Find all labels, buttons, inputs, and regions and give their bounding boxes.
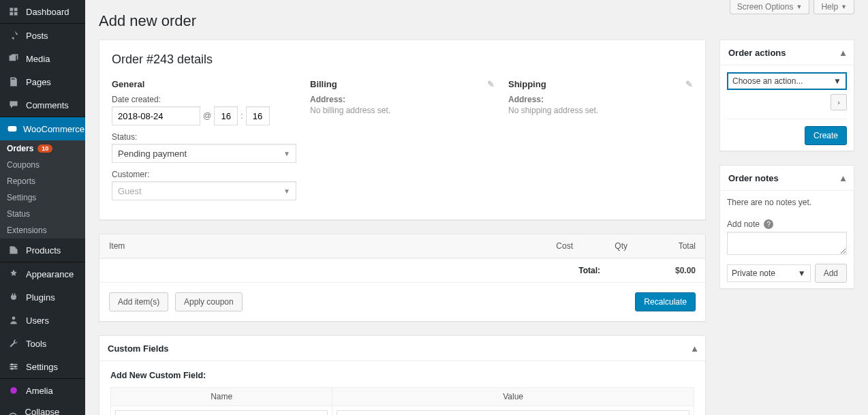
woocommerce-submenu: Orders 10 Coupons Reports Settings Statu… bbox=[0, 140, 85, 239]
sidebar-item-media[interactable]: Media bbox=[0, 47, 85, 70]
sidebar-item-dashboard[interactable]: Dashboard bbox=[0, 0, 85, 23]
cf-col-name: Name bbox=[111, 388, 332, 406]
customer-select[interactable]: Guest ▼ bbox=[112, 181, 296, 200]
cf-col-value: Value bbox=[332, 388, 694, 406]
sidebar-item-amelia[interactable]: Amelia bbox=[0, 379, 85, 402]
sidebar-item-label: Tools bbox=[26, 339, 46, 349]
sidebar-collapse[interactable]: Collapse menu bbox=[0, 402, 85, 415]
sidebar-item-label: Amelia bbox=[26, 386, 53, 396]
sidebar-item-tools[interactable]: Tools bbox=[0, 332, 85, 355]
toggle-box-icon[interactable]: ▴ bbox=[841, 47, 846, 58]
sidebar-item-settings[interactable]: Settings bbox=[0, 355, 85, 378]
note-type-select[interactable]: Private note ▼ bbox=[727, 264, 811, 282]
sidebar-item-plugins[interactable]: Plugins bbox=[0, 286, 85, 309]
tool-icon bbox=[7, 337, 20, 350]
sidebar-item-pages[interactable]: Pages bbox=[0, 70, 85, 93]
general-heading: General bbox=[112, 79, 296, 89]
apply-action-button[interactable]: › bbox=[831, 94, 847, 110]
submenu-extensions[interactable]: Extensions bbox=[0, 222, 85, 239]
order-items-box: Item Cost Qty Total Total: $0.00 Add ite… bbox=[99, 234, 706, 322]
svg-point-5 bbox=[11, 363, 13, 365]
screen-options-tab[interactable]: Screen Options▼ bbox=[730, 0, 810, 14]
submenu-orders[interactable]: Orders 10 bbox=[0, 140, 85, 157]
custom-fields-heading: Custom Fields bbox=[108, 343, 169, 354]
status-select[interactable]: Pending payment ▼ bbox=[112, 144, 296, 163]
orders-count-badge: 10 bbox=[37, 144, 52, 153]
help-tab[interactable]: Help▼ bbox=[813, 0, 854, 14]
chevron-down-icon: ▼ bbox=[283, 187, 290, 195]
date-created-label: Date created: bbox=[112, 95, 296, 104]
edit-shipping-icon[interactable]: ✎ bbox=[685, 79, 693, 89]
add-items-button[interactable]: Add item(s) bbox=[109, 292, 168, 311]
submenu-reports[interactable]: Reports bbox=[0, 173, 85, 189]
cf-value-textarea[interactable] bbox=[337, 410, 689, 415]
colon: : bbox=[241, 111, 243, 121]
svg-rect-0 bbox=[8, 126, 17, 132]
date-input[interactable] bbox=[112, 106, 200, 125]
order-notes-box: Order notes ▴ There are no notes yet. Ad… bbox=[719, 165, 854, 289]
sidebar-item-label: Posts bbox=[26, 31, 48, 41]
sidebar-item-label: Appearance bbox=[26, 269, 74, 279]
svg-point-1 bbox=[12, 316, 16, 320]
sidebar-item-label: Pages bbox=[26, 77, 51, 87]
sidebar-item-label: Comments bbox=[26, 100, 69, 110]
submenu-coupons[interactable]: Coupons bbox=[0, 157, 85, 173]
amelia-icon bbox=[7, 384, 20, 397]
order-actions-heading: Order actions bbox=[728, 48, 786, 58]
submenu-settings[interactable]: Settings bbox=[0, 189, 85, 206]
sidebar-item-label: Settings bbox=[26, 362, 58, 372]
order-details-box: Order #243 details General Date created:… bbox=[99, 40, 706, 220]
sidebar-item-users[interactable]: Users bbox=[0, 309, 85, 332]
comment-icon bbox=[7, 98, 20, 112]
toggle-box-icon[interactable]: ▴ bbox=[841, 172, 846, 183]
items-col-qty: Qty bbox=[573, 241, 627, 251]
minute-input[interactable] bbox=[246, 106, 270, 125]
toggle-box-icon[interactable]: ▴ bbox=[692, 343, 697, 354]
items-col-total: Total bbox=[627, 241, 696, 251]
chevron-down-icon: ▼ bbox=[796, 3, 802, 10]
recalculate-button[interactable]: Recalculate bbox=[635, 292, 696, 311]
add-note-button[interactable]: Add bbox=[815, 264, 847, 283]
note-textarea[interactable] bbox=[727, 232, 847, 255]
custom-fields-box: Custom Fields ▴ Add New Custom Field: Na… bbox=[99, 335, 706, 415]
chevron-down-icon: ▼ bbox=[841, 3, 847, 10]
apply-coupon-button[interactable]: Apply coupon bbox=[175, 292, 243, 311]
sidebar-item-label: Users bbox=[26, 316, 49, 326]
submenu-status[interactable]: Status bbox=[0, 206, 85, 222]
hour-input[interactable] bbox=[214, 106, 238, 125]
items-col-item: Item bbox=[109, 241, 518, 251]
dashboard-icon bbox=[7, 5, 20, 18]
order-title: Order #243 details bbox=[112, 52, 693, 67]
pin-icon bbox=[7, 29, 20, 42]
edit-billing-icon[interactable]: ✎ bbox=[487, 79, 495, 89]
shipping-column: Shipping ✎ Address: No shipping address … bbox=[508, 79, 693, 207]
billing-address-text: No billing address set. bbox=[310, 106, 495, 115]
main-content: Screen Options▼ Help▼ Add new order Orde… bbox=[85, 0, 868, 415]
media-icon bbox=[7, 52, 20, 65]
sidebar-item-woocommerce[interactable]: WooCommerce bbox=[0, 117, 85, 140]
plugin-icon bbox=[7, 290, 20, 304]
sidebar-item-appearance[interactable]: Appearance bbox=[0, 262, 85, 286]
create-order-button[interactable]: Create bbox=[805, 126, 847, 145]
billing-heading: Billing bbox=[310, 79, 337, 89]
sidebar-item-label: Products bbox=[26, 245, 61, 256]
appearance-icon bbox=[7, 267, 20, 281]
sidebar-item-label: Dashboard bbox=[26, 7, 69, 17]
at-symbol: @ bbox=[203, 111, 211, 121]
sidebar-item-label: WooCommerce bbox=[23, 124, 84, 134]
sidebar-item-comments[interactable]: Comments bbox=[0, 93, 85, 117]
woo-icon bbox=[7, 122, 18, 136]
help-icon[interactable]: ? bbox=[764, 219, 773, 229]
sidebar-item-products[interactable]: Products bbox=[0, 239, 85, 262]
sidebar-item-posts[interactable]: Posts bbox=[0, 24, 85, 47]
shipping-heading: Shipping bbox=[508, 79, 546, 89]
chevron-down-icon: ▼ bbox=[798, 268, 806, 278]
billing-address-label: Address: bbox=[310, 95, 495, 104]
billing-column: Billing ✎ Address: No billing address se… bbox=[310, 79, 495, 207]
svg-point-7 bbox=[11, 368, 13, 370]
admin-sidebar: Dashboard Posts Media Pages Comments Woo… bbox=[0, 0, 85, 415]
cf-name-select[interactable]: — Select — ▼ bbox=[115, 410, 328, 415]
sidebar-item-label: Collapse menu bbox=[25, 407, 80, 415]
items-col-cost: Cost bbox=[518, 241, 573, 251]
order-action-select[interactable]: Choose an action... ▼ bbox=[727, 72, 847, 90]
